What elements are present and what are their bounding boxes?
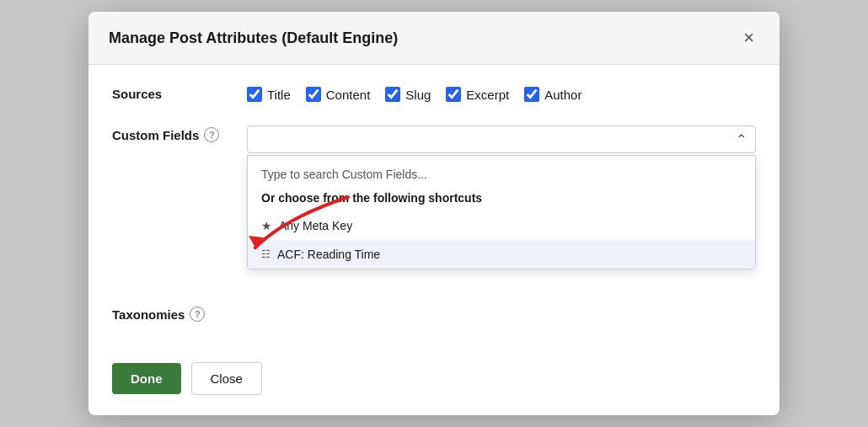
modal-close-button[interactable]: × xyxy=(738,27,759,49)
dropdown-item-any-meta-key[interactable]: ★ Any Meta Key xyxy=(248,211,755,240)
source-excerpt-checkbox[interactable] xyxy=(446,87,461,102)
source-author-item[interactable]: Author xyxy=(524,87,581,102)
custom-fields-dropdown-menu: Type to search Custom Fields... Or choos… xyxy=(247,155,756,270)
source-title-label: Title xyxy=(267,88,291,102)
custom-fields-right: ⌃ Type to search Custom Fields... Or cho… xyxy=(247,125,756,153)
source-slug-item[interactable]: Slug xyxy=(385,87,431,102)
chevron-up-icon[interactable]: ⌃ xyxy=(736,131,747,147)
close-button[interactable]: Close xyxy=(191,362,262,395)
source-content-label: Content xyxy=(326,88,371,102)
custom-fields-dropdown: ⌃ Type to search Custom Fields... Or cho… xyxy=(247,125,756,153)
done-button[interactable]: Done xyxy=(112,363,181,394)
sources-label: Sources xyxy=(112,85,247,101)
custom-fields-section: Custom Fields ? ⌃ Type to search Custom … xyxy=(112,125,756,153)
sources-checkboxes: Title Content Slug Excerpt xyxy=(247,85,581,102)
modal-overlay: Manage Post Attributes (Default Engine) … xyxy=(0,0,868,427)
source-title-item[interactable]: Title xyxy=(247,87,291,102)
modal-header: Manage Post Attributes (Default Engine) … xyxy=(88,12,780,65)
custom-fields-input-row[interactable]: ⌃ xyxy=(247,125,756,153)
star-icon: ★ xyxy=(261,219,272,232)
source-excerpt-item[interactable]: Excerpt xyxy=(446,87,509,102)
custom-fields-search-input[interactable] xyxy=(256,133,736,147)
dropdown-shortcut-header: Or choose from the following shortcuts xyxy=(248,186,755,211)
dropdown-item-acf-reading-time-label: ACF: Reading Time xyxy=(277,248,380,261)
modal-title: Manage Post Attributes (Default Engine) xyxy=(109,29,398,47)
source-title-checkbox[interactable] xyxy=(247,87,262,102)
source-slug-label: Slug xyxy=(405,88,431,102)
source-content-item[interactable]: Content xyxy=(306,87,371,102)
dropdown-item-acf-reading-time[interactable]: ☷ ACF: Reading Time xyxy=(248,240,755,269)
source-slug-checkbox[interactable] xyxy=(385,87,400,102)
dropdown-search-hint: Type to search Custom Fields... xyxy=(248,156,755,186)
source-content-checkbox[interactable] xyxy=(306,87,321,102)
taxonomies-help-icon[interactable]: ? xyxy=(190,307,205,322)
custom-fields-label: Custom Fields ? xyxy=(112,125,247,142)
sources-section: Sources Title Content Slug xyxy=(112,85,756,102)
modal-dialog: Manage Post Attributes (Default Engine) … xyxy=(88,12,780,415)
grid-icon: ☷ xyxy=(261,248,271,260)
dropdown-item-any-meta-key-label: Any Meta Key xyxy=(279,219,352,232)
source-author-label: Author xyxy=(544,88,581,102)
taxonomies-section: Taxonomies ? xyxy=(112,305,756,322)
modal-body: Sources Title Content Slug xyxy=(88,65,780,362)
modal-footer: Done Close xyxy=(88,362,780,415)
source-author-checkbox[interactable] xyxy=(524,87,539,102)
taxonomies-label: Taxonomies ? xyxy=(112,305,247,322)
source-excerpt-label: Excerpt xyxy=(466,88,509,102)
custom-fields-help-icon[interactable]: ? xyxy=(204,127,219,142)
